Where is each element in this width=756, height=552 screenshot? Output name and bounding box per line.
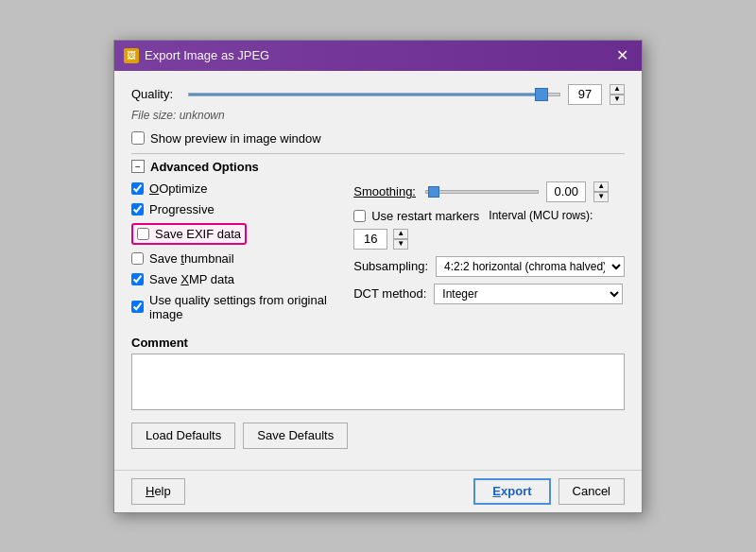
- comment-section: Comment: [131, 336, 625, 413]
- optimize-row: OOptimize: [131, 181, 335, 196]
- collapse-icon[interactable]: −: [131, 160, 145, 173]
- save-xmp-label[interactable]: Save XMP data: [149, 272, 234, 286]
- quality-row: Quality: 97 ▲ ▼: [131, 84, 625, 105]
- title-bar: 🖼 Export Image as JPEG ✕: [114, 41, 642, 71]
- export-button[interactable]: Export: [473, 478, 550, 505]
- interval-increment[interactable]: ▲: [393, 229, 408, 239]
- interval-decrement[interactable]: ▼: [393, 239, 408, 250]
- help-button[interactable]: Help: [131, 478, 185, 505]
- file-size-label: File size: unknown: [131, 109, 625, 122]
- interval-label: Interval (MCU rows):: [489, 209, 593, 222]
- quality-slider-track: [188, 93, 560, 96]
- save-defaults-button[interactable]: Save Defaults: [243, 423, 348, 449]
- dct-method-row: DCT method: Integer Fixed Point Floating…: [353, 284, 625, 304]
- advanced-options-title: Advanced Options: [150, 160, 259, 174]
- cancel-button[interactable]: Cancel: [558, 478, 625, 505]
- quality-value[interactable]: 97: [568, 84, 602, 105]
- show-preview-label[interactable]: Show preview in image window: [150, 131, 321, 146]
- advanced-options-header: − Advanced Options: [131, 160, 625, 174]
- subsampling-row: Subsampling: 4:2:2 horizontal (chroma ha…: [353, 256, 625, 277]
- save-exif-row: Save EXIF data: [131, 223, 335, 245]
- dct-select[interactable]: Integer Fixed Point Floating Point: [434, 284, 623, 304]
- interval-value[interactable]: 16: [353, 229, 387, 250]
- quality-slider-container[interactable]: [188, 85, 560, 104]
- left-column: OOptimize Progressive Save EXIF data: [131, 181, 344, 328]
- smoothing-increment[interactable]: ▲: [593, 181, 609, 192]
- right-column: Smoothing: 0.00 ▲ ▼ Use restart: [344, 181, 625, 328]
- smoothing-slider-track: [425, 190, 539, 194]
- dialog-title: Export Image as JPEG: [145, 48, 269, 62]
- use-quality-row: Use quality settings from original image: [131, 293, 335, 321]
- options-grid: OOptimize Progressive Save EXIF data: [131, 181, 625, 328]
- quality-slider-thumb: [535, 88, 548, 101]
- save-thumbnail-checkbox[interactable]: [131, 252, 144, 265]
- quality-slider-fill: [189, 94, 548, 95]
- comment-label: Comment: [131, 336, 625, 350]
- quality-increment[interactable]: ▲: [610, 84, 625, 95]
- use-quality-label[interactable]: Use quality settings from original image: [149, 293, 335, 321]
- smoothing-decrement[interactable]: ▼: [593, 192, 609, 202]
- section-divider: [131, 153, 625, 154]
- quality-spinner[interactable]: ▲ ▼: [610, 84, 625, 105]
- dialog-content: Quality: 97 ▲ ▼ File size: unknown Show …: [114, 71, 642, 460]
- comment-textarea[interactable]: [131, 354, 625, 410]
- close-icon: ✕: [616, 46, 628, 64]
- smoothing-spinner[interactable]: ▲ ▼: [593, 181, 609, 202]
- smoothing-value[interactable]: 0.00: [546, 181, 586, 202]
- save-exif-label[interactable]: Save EXIF data: [155, 227, 241, 241]
- defaults-row: Load Defaults Save Defaults: [131, 423, 625, 449]
- show-preview-row: Show preview in image window: [131, 131, 625, 146]
- optimize-checkbox[interactable]: [131, 182, 144, 195]
- progressive-row: Progressive: [131, 202, 335, 216]
- load-defaults-button[interactable]: Load Defaults: [131, 423, 235, 449]
- restart-markers-row: Use restart markers Interval (MCU rows):…: [353, 209, 625, 250]
- smoothing-slider-thumb: [428, 186, 439, 198]
- save-xmp-checkbox[interactable]: [131, 273, 144, 285]
- save-exif-checkbox[interactable]: [137, 228, 149, 240]
- smoothing-row: Smoothing: 0.00 ▲ ▼: [353, 181, 625, 202]
- export-label: Export: [492, 484, 531, 498]
- help-label: Help: [146, 484, 171, 498]
- dct-label: DCT method:: [353, 286, 426, 301]
- optimize-label[interactable]: OOptimize: [149, 181, 207, 196]
- subsampling-select[interactable]: 4:2:2 horizontal (chroma halved) 4:2:0 (…: [436, 256, 625, 277]
- progressive-checkbox[interactable]: [131, 203, 144, 216]
- interval-spinner[interactable]: ▲ ▼: [393, 229, 408, 250]
- subsampling-label: Subsampling:: [353, 259, 428, 273]
- save-thumbnail-label[interactable]: Save thumbnail: [149, 251, 234, 266]
- restart-markers-checkbox[interactable]: [353, 210, 366, 222]
- smoothing-slider-container[interactable]: [425, 185, 539, 198]
- dialog-icon: 🖼: [124, 48, 139, 63]
- bottom-row: Help Export Cancel: [114, 470, 642, 512]
- action-buttons: Export Cancel: [473, 478, 625, 505]
- show-preview-checkbox[interactable]: [131, 131, 145, 145]
- quality-decrement[interactable]: ▼: [610, 95, 625, 105]
- export-jpeg-dialog: 🖼 Export Image as JPEG ✕ Quality: 97 ▲ ▼: [113, 40, 643, 513]
- save-thumbnail-row: Save thumbnail: [131, 251, 335, 266]
- use-quality-checkbox[interactable]: [131, 301, 144, 313]
- title-bar-left: 🖼 Export Image as JPEG: [124, 48, 269, 63]
- smoothing-label: Smoothing:: [353, 184, 418, 198]
- quality-label: Quality:: [131, 87, 180, 101]
- save-xmp-row: Save XMP data: [131, 272, 335, 286]
- restart-markers-label[interactable]: Use restart markers: [371, 209, 479, 223]
- progressive-label[interactable]: Progressive: [149, 202, 215, 216]
- close-button[interactable]: ✕: [611, 45, 632, 66]
- save-exif-highlight: Save EXIF data: [131, 223, 247, 245]
